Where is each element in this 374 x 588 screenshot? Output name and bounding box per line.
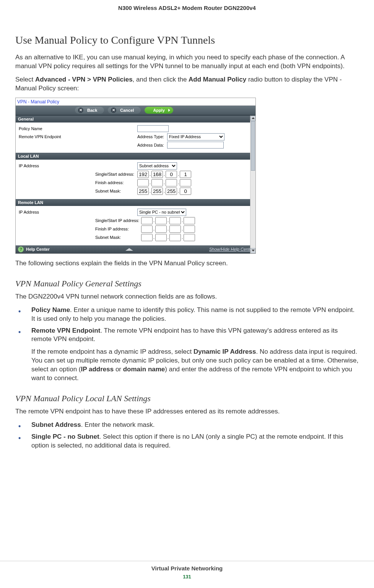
remote-ip-type-select[interactable]: Single PC - no subnet (137, 209, 186, 216)
scroll-up-icon[interactable] (250, 116, 255, 121)
local-start-ip-4[interactable] (180, 171, 191, 178)
footer-page-number: 131 (0, 574, 374, 580)
remote-start-ip-1[interactable] (141, 217, 153, 224)
bullet-icon: • (18, 421, 21, 431)
close-icon: ✕ (78, 108, 83, 113)
label-address-type: Address Type: (137, 134, 167, 139)
local-mask-4[interactable] (180, 188, 191, 195)
address-type-select[interactable]: Fixed IP Address (167, 133, 224, 140)
toolbar: ✕Back ✕Cancel Apply (16, 106, 255, 116)
scrollbar[interactable] (250, 116, 255, 253)
local-mask-1[interactable] (137, 188, 149, 195)
local-mask-3[interactable] (166, 188, 177, 195)
label-remote-start: Single/Start IP address: (95, 218, 141, 223)
help-center-label: Help Center (26, 247, 50, 252)
help-icon: ? (18, 247, 24, 252)
local-start-ip-1[interactable] (137, 171, 149, 178)
remote-mask-3[interactable] (169, 234, 181, 241)
intro-para-1: As an alternative to IKE, you can use ma… (15, 53, 359, 71)
page-header: N300 Wireless ADSL2+ Modem Router DGN220… (0, 0, 374, 11)
remote-finish-ip-4[interactable] (184, 225, 195, 233)
label-remote-finish: Finish IP address: (95, 227, 141, 231)
remote-mask-4[interactable] (184, 234, 195, 241)
heading-local-lan-settings: VPN Manual Policy Local LAN Settings (15, 394, 359, 403)
remote-start-ip-4[interactable] (184, 217, 195, 224)
local-ip-type-select[interactable]: Subnet address (137, 162, 177, 170)
general-intro: The DGN2200v4 VPN tunnel network connect… (15, 292, 359, 301)
label-local-ip-address: IP Address (19, 163, 95, 168)
local-start-ip-2[interactable] (151, 171, 163, 178)
label-address-data: Address Data: (137, 143, 167, 147)
remote-start-ip-3[interactable] (169, 217, 181, 224)
label-remote-vpn-endpoint: Remote VPN Endpoint (19, 134, 137, 139)
label-local-mask: Subnet Mask: (95, 189, 137, 193)
label-remote-ip-address: IP Address (19, 210, 95, 214)
local-mask-2[interactable] (151, 188, 163, 195)
local-finish-ip-4[interactable] (180, 179, 191, 186)
local-start-ip-3[interactable] (166, 171, 177, 178)
list-item: • Policy Name. Enter a unique name to id… (15, 306, 359, 323)
section-remote-lan: Remote LAN (16, 199, 255, 206)
list-item: • Remote VPN Endpoint. The remote VPN en… (15, 327, 359, 383)
remote-finish-ip-1[interactable] (141, 225, 153, 233)
intro-para-2: Select Advanced - VPN > VPN Policies, an… (15, 75, 359, 93)
footer-section: Virtual Private Networking (0, 565, 374, 572)
local-finish-ip-2[interactable] (151, 179, 163, 186)
label-remote-mask: Subnet Mask: (95, 235, 141, 240)
address-data-input[interactable] (167, 142, 224, 149)
back-button[interactable]: ✕Back (75, 107, 104, 114)
label-policy-name: Policy Name (19, 126, 137, 131)
label-local-start: Single/Start address: (95, 172, 137, 176)
page-footer: Virtual Private Networking 131 (0, 561, 374, 580)
remote-mask-1[interactable] (141, 234, 153, 241)
scroll-down-icon[interactable] (250, 248, 255, 253)
window-title: VPN - Manual Policy (16, 98, 255, 106)
cancel-button[interactable]: ✕Cancel (108, 107, 141, 114)
heading-main: Use Manual Policy to Configure VPN Tunne… (15, 34, 359, 46)
help-center-bar[interactable]: ? Help Center Show/Hide Help Center (16, 245, 255, 253)
list-item: • Subnet Address. Enter the network mask… (15, 421, 359, 430)
section-local-lan: Local LAN (16, 153, 255, 160)
remote-finish-ip-3[interactable] (169, 225, 181, 233)
heading-general-settings: VPN Manual Policy General Settings (15, 279, 359, 289)
remote-finish-ip-2[interactable] (155, 225, 167, 233)
local-intro: The remote VPN endpoint has to have thes… (15, 407, 359, 416)
remote-start-ip-2[interactable] (155, 217, 167, 224)
bullet-icon: • (18, 327, 21, 336)
local-finish-ip-1[interactable] (137, 179, 149, 186)
label-local-finish: Finish address: (95, 180, 137, 185)
policy-name-input[interactable] (137, 125, 169, 132)
apply-button[interactable]: Apply (145, 107, 173, 114)
section-general: General (16, 116, 255, 122)
close-icon: ✕ (111, 108, 116, 113)
scroll-thumb[interactable] (251, 121, 255, 171)
help-toggle-link[interactable]: Show/Hide Help Center (209, 247, 253, 252)
vpn-manual-policy-panel: VPN - Manual Policy ✕Back ✕Cancel Apply … (15, 98, 256, 254)
local-finish-ip-3[interactable] (166, 179, 177, 186)
remote-mask-2[interactable] (155, 234, 167, 241)
bullet-icon: • (18, 307, 21, 316)
fields-intro: The following sections explain the field… (15, 259, 359, 268)
content: Use Manual Policy to Configure VPN Tunne… (0, 11, 374, 450)
form-body: General Policy Name Remote VPN Endpoint … (16, 116, 255, 253)
list-item: • Single PC - no Subnet. Select this opt… (15, 433, 359, 450)
chevron-up-icon (125, 248, 133, 251)
bullet-icon: • (18, 433, 21, 443)
